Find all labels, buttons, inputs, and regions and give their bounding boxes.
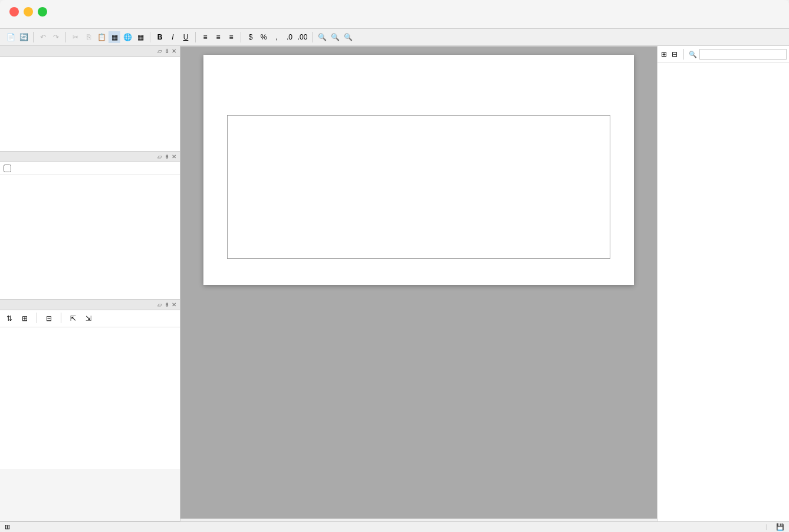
minimize-window-button[interactable] (24, 7, 33, 17)
close-icon[interactable]: ✕ (172, 301, 176, 308)
property-inspector-header: ▱⇟✕ (0, 300, 180, 310)
redo-icon[interactable]: ↷ (50, 31, 62, 43)
property-grid[interactable] (0, 327, 180, 469)
prop-tool2-icon[interactable]: ⇲ (83, 313, 94, 324)
key-browser-header: ▱⇟✕ (0, 152, 180, 162)
bold-icon[interactable]: B (154, 31, 166, 43)
collapse-all-icon[interactable]: ⊟ (670, 48, 679, 60)
categorize-icon[interactable]: ⊞ (19, 313, 31, 324)
project-browser-header: ▱⇟✕ (0, 46, 180, 57)
new-icon[interactable]: 📄 (5, 31, 17, 43)
align-right-icon[interactable]: ≡ (225, 31, 237, 43)
dock-icon[interactable]: ▱ (157, 48, 162, 54)
statusbar: ⊞ | 💾 (0, 521, 789, 532)
dock-icon[interactable]: ▱ (157, 153, 162, 160)
project-tree[interactable] (0, 57, 180, 151)
pin-icon[interactable]: ⇟ (165, 153, 169, 160)
status-icon[interactable]: 💾 (776, 523, 784, 530)
close-window-button[interactable] (9, 7, 19, 17)
copy-icon[interactable]: ⎘ (83, 31, 94, 43)
main-toolbar: 📄 🔄 ↶ ↷ ✂ ⎘ 📋 ▦ 🌐 ▦ B I U ≡ ≡ ≡ $ % , .0… (0, 29, 789, 46)
key-tree[interactable] (0, 175, 180, 299)
percent-icon[interactable]: % (258, 31, 269, 43)
menubar (0, 24, 789, 29)
currency-icon[interactable]: $ (245, 31, 257, 43)
report-page[interactable] (203, 55, 634, 285)
underline-icon[interactable]: U (180, 31, 192, 43)
titlebar (0, 0, 789, 24)
tool2-icon[interactable]: 🌐 (121, 31, 133, 43)
property-toolbar: ⇅ ⊞ ⊟ ⇱ ⇲ (0, 310, 180, 327)
show-calculations-row[interactable] (0, 162, 180, 175)
align-center-icon[interactable]: ≡ (212, 31, 224, 43)
palette-filter-input[interactable] (699, 49, 787, 60)
palette-toolbar: ⊞ ⊟ 🔍 (658, 46, 789, 63)
prop-tool1-icon[interactable]: ⇱ (67, 313, 79, 324)
zoom-in-icon[interactable]: 🔍 (342, 31, 354, 43)
decimal-inc-icon[interactable]: .00 (297, 31, 308, 43)
pin-icon[interactable]: ⇟ (165, 301, 169, 308)
align-left-icon[interactable]: ≡ (199, 31, 211, 43)
comma-icon[interactable]: , (271, 31, 282, 43)
expand-icon[interactable]: ⊟ (43, 313, 55, 324)
timeseries-chart[interactable] (227, 115, 610, 259)
show-calculations-checkbox[interactable] (4, 165, 11, 172)
pin-icon[interactable]: ⇟ (165, 48, 169, 54)
search-icon: 🔍 (689, 51, 697, 58)
expand-all-icon[interactable]: ⊞ (660, 48, 668, 60)
refresh-icon[interactable]: 🔄 (18, 31, 29, 43)
dock-icon[interactable]: ▱ (157, 301, 162, 308)
status-left-icon[interactable]: ⊞ (5, 523, 10, 531)
zoom-out-icon[interactable]: 🔍 (329, 31, 341, 43)
design-canvas[interactable] (180, 47, 657, 518)
close-icon[interactable]: ✕ (172, 48, 176, 54)
close-icon[interactable]: ✕ (172, 153, 176, 160)
maximize-window-button[interactable] (38, 7, 47, 17)
tool3-icon[interactable]: ▦ (134, 31, 146, 43)
sort-icon[interactable]: ⇅ (4, 313, 15, 324)
report-end-row (227, 100, 610, 109)
decimal-dec-icon[interactable]: .0 (284, 31, 295, 43)
cut-icon[interactable]: ✂ (70, 31, 81, 43)
tool1-icon[interactable]: ▦ (109, 31, 120, 43)
paste-icon[interactable]: 📋 (96, 31, 107, 43)
italic-icon[interactable]: I (167, 31, 179, 43)
zoom-fit-icon[interactable]: 🔍 (316, 31, 328, 43)
report-start-row (227, 86, 610, 94)
undo-icon[interactable]: ↶ (37, 31, 49, 43)
